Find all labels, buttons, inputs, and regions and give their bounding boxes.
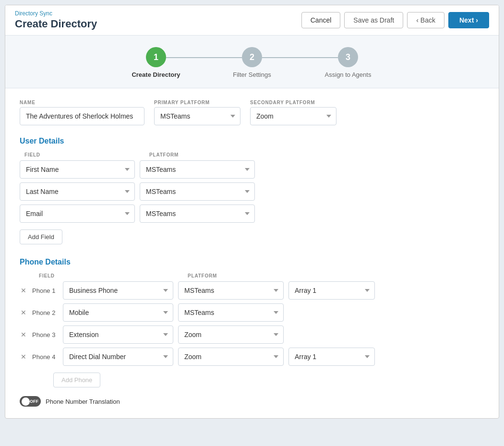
- phone-3-field-select[interactable]: Extension: [63, 325, 173, 344]
- stepper-label-1: Create Directory: [132, 71, 180, 78]
- phone-1-platform-select[interactable]: MSTeams: [178, 281, 284, 300]
- phone-3-label: Phone 3: [32, 331, 58, 338]
- phone-field-header: FIELD PLATFORM: [20, 273, 484, 278]
- user-platform-select-2[interactable]: MSTeams: [140, 182, 255, 201]
- remove-phone-3-icon[interactable]: ✕: [20, 331, 27, 338]
- back-button[interactable]: ‹ Back: [407, 12, 444, 28]
- chevron-right-icon: ›: [476, 16, 478, 24]
- remove-phone-4-icon[interactable]: ✕: [20, 353, 27, 361]
- primary-platform-group: PRIMARY PLATFORM MSTeams: [154, 100, 240, 125]
- phone-field-col-label: FIELD: [20, 273, 183, 278]
- next-label: Next: [459, 16, 474, 24]
- name-label: NAME: [20, 100, 144, 105]
- user-field-row-1: First Name MSTeams: [20, 160, 484, 179]
- phone-4-platform-select[interactable]: Zoom: [178, 348, 284, 366]
- stepper-number-1: 1: [154, 52, 158, 62]
- primary-platform-select[interactable]: MSTeams: [154, 107, 240, 125]
- user-field-header: FIELD PLATFORM: [20, 152, 484, 157]
- toggle-knob: [22, 398, 30, 406]
- secondary-platform-group: SECONDARY PLATFORM Zoom: [250, 100, 336, 125]
- user-details-section: User Details FIELD PLATFORM First Name M…: [20, 137, 484, 244]
- back-label: Back: [420, 16, 435, 24]
- name-platform-row: NAME PRIMARY PLATFORM MSTeams SECONDARY …: [20, 100, 484, 125]
- phone-translation-toggle[interactable]: Off: [20, 396, 41, 407]
- cancel-button[interactable]: Cancel: [301, 12, 341, 28]
- primary-platform-label: PRIMARY PLATFORM: [154, 100, 240, 105]
- add-field-button[interactable]: Add Field: [20, 229, 62, 244]
- phone-4-field-select[interactable]: Direct Dial Number: [63, 348, 173, 366]
- phone-3-platform-select[interactable]: Zoom: [178, 325, 284, 344]
- phone-details-heading: Phone Details: [20, 258, 484, 266]
- phone-2-platform-select[interactable]: MSTeams: [178, 303, 284, 322]
- user-field-select-1[interactable]: First Name: [20, 160, 135, 179]
- page-title: Create Directory: [15, 18, 97, 30]
- user-platform-col-label: PLATFORM: [144, 152, 179, 157]
- user-field-select-2[interactable]: Last Name: [20, 182, 135, 201]
- stepper-section: 1 Create Directory 2 Filter Settings 3: [5, 36, 499, 88]
- remove-phone-2-icon[interactable]: ✕: [20, 309, 27, 316]
- user-field-select-3[interactable]: Email: [20, 205, 135, 223]
- stepper-item-create: 1 Create Directory: [108, 47, 204, 78]
- save-draft-button[interactable]: Save as Draft: [344, 12, 403, 28]
- header-left: Directory Sync Create Directory: [15, 10, 97, 30]
- phone-2-field-select[interactable]: Mobile: [63, 303, 173, 322]
- name-input[interactable]: [20, 107, 144, 125]
- stepper-number-2: 2: [250, 52, 254, 62]
- main-card: Directory Sync Create Directory Cancel S…: [5, 5, 499, 419]
- phone-4-array-select[interactable]: Array 1: [288, 348, 375, 366]
- user-platform-select-3[interactable]: MSTeams: [140, 205, 255, 223]
- phone-4-label: Phone 4: [32, 353, 58, 361]
- remove-phone-1-icon[interactable]: ✕: [20, 287, 27, 294]
- phone-1-array-select[interactable]: Array 1: [288, 281, 375, 300]
- phone-details-section: Phone Details FIELD PLATFORM ✕ Phone 1 B…: [20, 258, 484, 407]
- stepper-item-assign: 3 Assign to Agents: [300, 47, 396, 78]
- next-button[interactable]: Next ›: [448, 12, 489, 28]
- outer-wrapper: Directory Sync Create Directory Cancel S…: [0, 0, 504, 446]
- secondary-platform-label: SECONDARY PLATFORM: [250, 100, 336, 105]
- stepper-label-3: Assign to Agents: [325, 71, 372, 78]
- toggle-text: Phone Number Translation: [46, 398, 120, 405]
- phone-2-label: Phone 2: [32, 309, 58, 316]
- secondary-platform-select[interactable]: Zoom: [250, 107, 336, 125]
- phone-row-1: ✕ Phone 1 Business Phone MSTeams Array 1: [20, 281, 484, 300]
- stepper: 1 Create Directory 2 Filter Settings 3: [5, 47, 499, 78]
- phone-1-field-select[interactable]: Business Phone: [63, 281, 173, 300]
- header-actions: Cancel Save as Draft ‹ Back Next ›: [301, 12, 489, 28]
- user-field-row-2: Last Name MSTeams: [20, 182, 484, 201]
- toggle-row: Off Phone Number Translation: [20, 396, 484, 407]
- phone-1-label: Phone 1: [32, 287, 58, 294]
- user-field-row-3: Email MSTeams: [20, 205, 484, 223]
- stepper-number-3: 3: [346, 52, 350, 62]
- phone-platform-col-label: PLATFORM: [183, 273, 217, 278]
- stepper-item-filter: 2 Filter Settings: [204, 47, 300, 78]
- user-platform-select-1[interactable]: MSTeams: [140, 160, 255, 179]
- phone-row-4: ✕ Phone 4 Direct Dial Number Zoom Array …: [20, 348, 484, 366]
- stepper-circle-1: 1: [146, 47, 166, 67]
- phone-row-2: ✕ Phone 2 Mobile MSTeams: [20, 303, 484, 322]
- user-details-heading: User Details: [20, 137, 484, 145]
- form-body: NAME PRIMARY PLATFORM MSTeams SECONDARY …: [5, 88, 499, 418]
- breadcrumb: Directory Sync: [15, 10, 97, 17]
- toggle-off-label: Off: [30, 399, 38, 404]
- stepper-label-2: Filter Settings: [233, 71, 271, 78]
- user-field-col-label: FIELD: [20, 152, 144, 157]
- add-phone-button[interactable]: Add Phone: [53, 373, 100, 387]
- stepper-circle-2: 2: [242, 47, 262, 67]
- stepper-circle-3: 3: [338, 47, 358, 67]
- chevron-left-icon: ‹: [416, 16, 419, 24]
- phone-row-3: ✕ Phone 3 Extension Zoom: [20, 325, 484, 344]
- header: Directory Sync Create Directory Cancel S…: [5, 5, 499, 36]
- name-field-group: NAME: [20, 100, 144, 125]
